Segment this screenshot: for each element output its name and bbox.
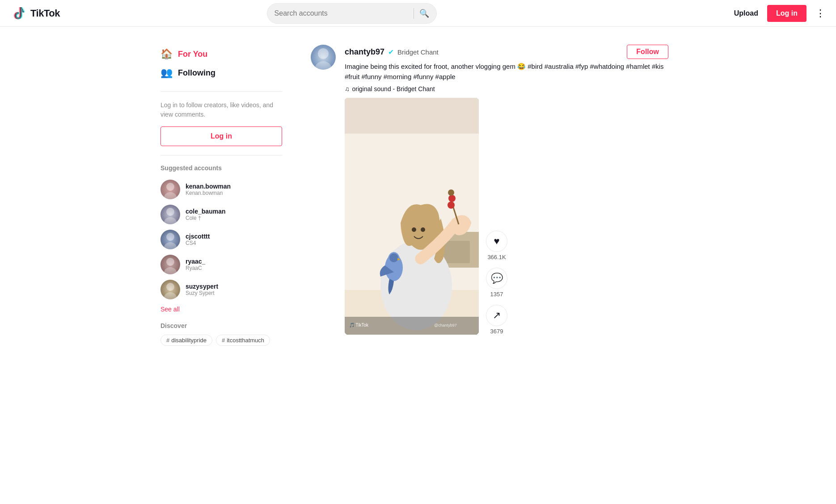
comment-icon: 💬 xyxy=(491,273,503,284)
video-actions: ♥ 366.1K 💬 1357 xyxy=(486,231,507,335)
nav-divider-1 xyxy=(160,91,282,92)
avatar-ryaac xyxy=(160,255,180,274)
svg-point-12 xyxy=(315,61,331,70)
video-sound[interactable]: ♫ original sound - Bridget Chant xyxy=(345,85,668,92)
display-name-ryaac: RyaaC xyxy=(186,265,205,271)
header-right: Upload Log in ⋮ xyxy=(734,5,825,22)
logo-text: TikTok xyxy=(30,8,60,19)
author-username[interactable]: chantyb97 xyxy=(345,47,384,57)
sidebar-item-following[interactable]: 👥 Following xyxy=(160,63,282,82)
svg-point-9 xyxy=(166,283,174,291)
like-button[interactable]: ♥ xyxy=(486,231,507,252)
discover-tag-1[interactable]: # itcostthatmuch xyxy=(216,335,270,346)
account-item-ryaac[interactable]: ryaac_ RyaaC xyxy=(160,252,282,277)
username-cole: cole_bauman xyxy=(186,208,225,215)
svg-point-3 xyxy=(166,208,174,216)
search-icon-button[interactable]: 🔍 xyxy=(419,8,429,18)
see-all-link[interactable]: See all xyxy=(160,306,180,313)
account-info-kenan: kenan.bowman Kenan.bowman xyxy=(186,183,231,196)
discover-tag-label-0: disabilitypride xyxy=(171,337,207,344)
username-ryaac: ryaac_ xyxy=(186,258,205,265)
svg-point-10 xyxy=(164,292,177,299)
tiktok-logo-icon xyxy=(11,5,27,21)
display-name-kenan: Kenan.bowman xyxy=(186,190,231,196)
hash-icon-0: # xyxy=(166,337,169,344)
svg-point-8 xyxy=(164,267,177,274)
follow-button[interactable]: Follow xyxy=(627,45,668,59)
account-item-cj[interactable]: cjscotttt CS4 xyxy=(160,227,282,252)
video-player-area: 🎵 TikTok @chantyb97 ♥ 366.1K xyxy=(345,98,668,335)
display-name-suzy: Suzy Sypert xyxy=(186,290,218,296)
content-area: chantyb97 ✔ Bridget Chant Follow Imagine… xyxy=(293,36,686,355)
nav-divider-2 xyxy=(160,155,282,155)
search-divider xyxy=(414,8,414,19)
share-action[interactable]: ↗ 3679 xyxy=(486,305,507,335)
account-info-cole: cole_bauman Cole † xyxy=(186,208,225,221)
discover-tag-0[interactable]: # disabilitypride xyxy=(160,335,212,346)
home-icon: 🏠 xyxy=(160,48,173,60)
svg-point-24 xyxy=(448,202,455,209)
like-action[interactable]: ♥ 366.1K xyxy=(486,231,507,260)
search-input[interactable] xyxy=(274,9,408,17)
share-button[interactable]: ↗ xyxy=(486,305,507,326)
discover-tag-label-1: itcostthatmuch xyxy=(227,337,264,344)
discover-tags: # disabilitypride # itcostthatmuch xyxy=(160,335,282,346)
svg-point-6 xyxy=(164,242,177,249)
verified-icon: ✔ xyxy=(388,48,394,56)
heart-icon: ♥ xyxy=(494,235,499,247)
comment-button[interactable]: 💬 xyxy=(486,268,507,289)
comment-action[interactable]: 💬 1357 xyxy=(486,268,507,298)
search-icon: 🔍 xyxy=(419,9,429,18)
svg-point-11 xyxy=(318,48,329,59)
svg-point-2 xyxy=(164,192,177,199)
shares-count: 3679 xyxy=(490,328,503,335)
account-info-ryaac: ryaac_ RyaaC xyxy=(186,258,205,271)
username-kenan: kenan.bowman xyxy=(186,183,231,190)
avatar-suzy xyxy=(160,280,180,299)
account-item-cole[interactable]: cole_bauman Cole † xyxy=(160,202,282,227)
svg-point-22 xyxy=(453,224,464,235)
account-item-suzy[interactable]: suzysypert Suzy Sypert xyxy=(160,277,282,302)
svg-point-21 xyxy=(421,227,425,232)
svg-text:🎵 TikTok: 🎵 TikTok xyxy=(349,322,369,328)
sidebar-item-for-you[interactable]: 🏠 For You xyxy=(160,45,282,63)
video-description-text: Imagine being this excited for froot, an… xyxy=(345,63,664,80)
login-prompt: Log in to follow creators, like videos, … xyxy=(160,101,282,119)
main-layout: 🏠 For You 👥 Following Log in to follow c… xyxy=(150,27,686,364)
svg-text:@chantyb97: @chantyb97 xyxy=(434,323,457,328)
following-icon: 👥 xyxy=(160,67,173,79)
video-content: chantyb97 ✔ Bridget Chant Follow Imagine… xyxy=(345,45,668,335)
svg-rect-14 xyxy=(345,98,479,134)
sidebar-label-for-you: For You xyxy=(178,50,207,59)
upload-button[interactable]: Upload xyxy=(734,9,758,17)
svg-rect-17 xyxy=(443,241,470,263)
discover-section: Discover # disabilitypride # itcostthatm… xyxy=(160,322,282,346)
video-header: chantyb97 ✔ Bridget Chant Follow xyxy=(345,45,668,59)
svg-point-26 xyxy=(448,189,454,196)
logo-area: TikTok xyxy=(11,5,82,21)
more-options-button[interactable]: ⋮ xyxy=(815,8,825,19)
discover-title: Discover xyxy=(160,322,282,329)
sound-name: original sound - Bridget Chant xyxy=(352,85,435,92)
suggested-accounts-title: Suggested accounts xyxy=(160,164,282,172)
avatar-kenan xyxy=(160,180,180,199)
svg-point-5 xyxy=(166,233,174,241)
svg-point-7 xyxy=(166,258,174,266)
video-scene: 🎵 TikTok @chantyb97 xyxy=(345,98,479,335)
svg-point-1 xyxy=(166,183,174,191)
username-suzy: suzysypert xyxy=(186,283,218,290)
login-button[interactable]: Log in xyxy=(767,5,806,22)
comments-count: 1357 xyxy=(490,291,503,298)
video-author-avatar[interactable] xyxy=(311,45,336,70)
video-thumbnail[interactable]: 🎵 TikTok @chantyb97 xyxy=(345,98,479,335)
svg-point-29 xyxy=(389,253,398,262)
svg-point-4 xyxy=(164,217,177,224)
search-bar: 🔍 xyxy=(267,3,437,24)
avatar-cole xyxy=(160,205,180,224)
account-item-kenan[interactable]: kenan.bowman Kenan.bowman xyxy=(160,177,282,202)
avatar-cj xyxy=(160,230,180,249)
display-name-cole: Cole † xyxy=(186,215,225,221)
likes-count: 366.1K xyxy=(487,254,506,260)
sidebar-login-button[interactable]: Log in xyxy=(160,126,282,146)
sidebar-label-following: Following xyxy=(178,68,215,78)
